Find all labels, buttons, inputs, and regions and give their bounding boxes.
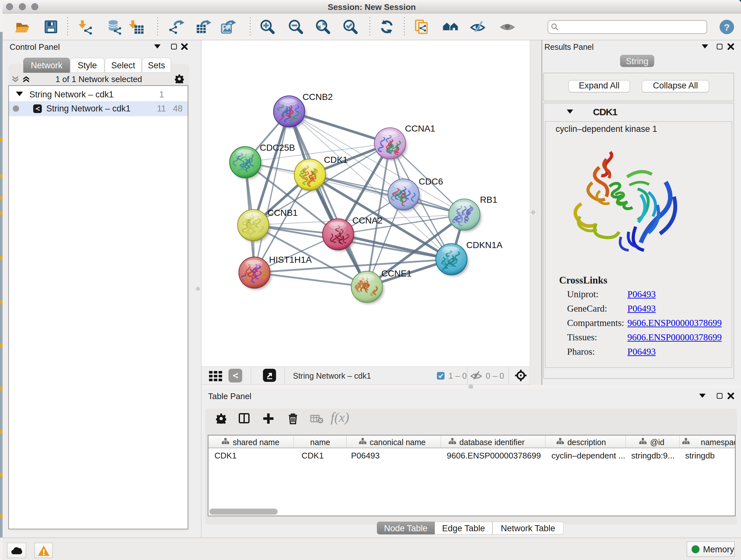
svg-text:CCNE1: CCNE1 xyxy=(381,268,412,278)
svg-text:CCNA2: CCNA2 xyxy=(352,215,383,226)
svg-text:CCNB1: CCNB1 xyxy=(267,208,298,218)
svg-text:RB1: RB1 xyxy=(480,195,497,205)
svg-text:CCNB2: CCNB2 xyxy=(302,92,333,102)
svg-text:CDC25B: CDC25B xyxy=(260,143,295,152)
svg-text:CDKN1A: CDKN1A xyxy=(466,240,502,250)
svg-text:CDK1: CDK1 xyxy=(324,155,348,165)
svg-text:CDC6: CDC6 xyxy=(419,177,443,186)
svg-text:CCNA1: CCNA1 xyxy=(405,124,435,133)
svg-text:HIST1H1A: HIST1H1A xyxy=(269,255,312,265)
